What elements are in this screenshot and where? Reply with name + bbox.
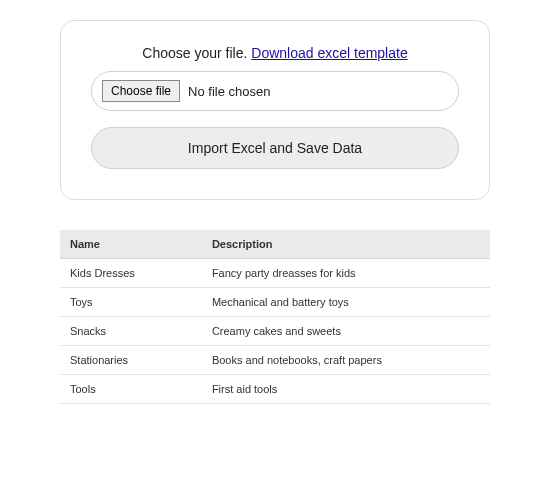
table-row: Stationaries Books and notebooks, craft … — [60, 346, 490, 375]
table-cell-description: Books and notebooks, craft papers — [202, 346, 490, 375]
data-table-wrapper: Name Description Kids Dresses Fancy part… — [60, 230, 490, 404]
table-row: Tools First aid tools — [60, 375, 490, 404]
table-header-description: Description — [202, 230, 490, 259]
table-cell-description: First aid tools — [202, 375, 490, 404]
table-row: Snacks Creamy cakes and sweets — [60, 317, 490, 346]
table-cell-description: Mechanical and battery toys — [202, 288, 490, 317]
file-chosen-status: No file chosen — [188, 84, 270, 99]
upload-card: Choose your file. Download excel templat… — [60, 20, 490, 200]
page-container: Choose your file. Download excel templat… — [0, 0, 550, 404]
table-header-name: Name — [60, 230, 202, 259]
table-row: Kids Dresses Fancy party dreasses for ki… — [60, 259, 490, 288]
upload-prompt-row: Choose your file. Download excel templat… — [91, 45, 459, 61]
table-cell-name: Kids Dresses — [60, 259, 202, 288]
table-header-row: Name Description — [60, 230, 490, 259]
table-row: Toys Mechanical and battery toys — [60, 288, 490, 317]
table-cell-name: Tools — [60, 375, 202, 404]
download-template-link[interactable]: Download excel template — [251, 45, 407, 61]
data-table: Name Description Kids Dresses Fancy part… — [60, 230, 490, 404]
table-cell-name: Snacks — [60, 317, 202, 346]
upload-prompt-text: Choose your file. — [142, 45, 251, 61]
table-cell-description: Creamy cakes and sweets — [202, 317, 490, 346]
table-cell-description: Fancy party dreasses for kids — [202, 259, 490, 288]
import-save-button[interactable]: Import Excel and Save Data — [91, 127, 459, 169]
table-cell-name: Stationaries — [60, 346, 202, 375]
choose-file-button[interactable]: Choose file — [102, 80, 180, 102]
file-input-wrapper[interactable]: Choose file No file chosen — [91, 71, 459, 111]
table-cell-name: Toys — [60, 288, 202, 317]
